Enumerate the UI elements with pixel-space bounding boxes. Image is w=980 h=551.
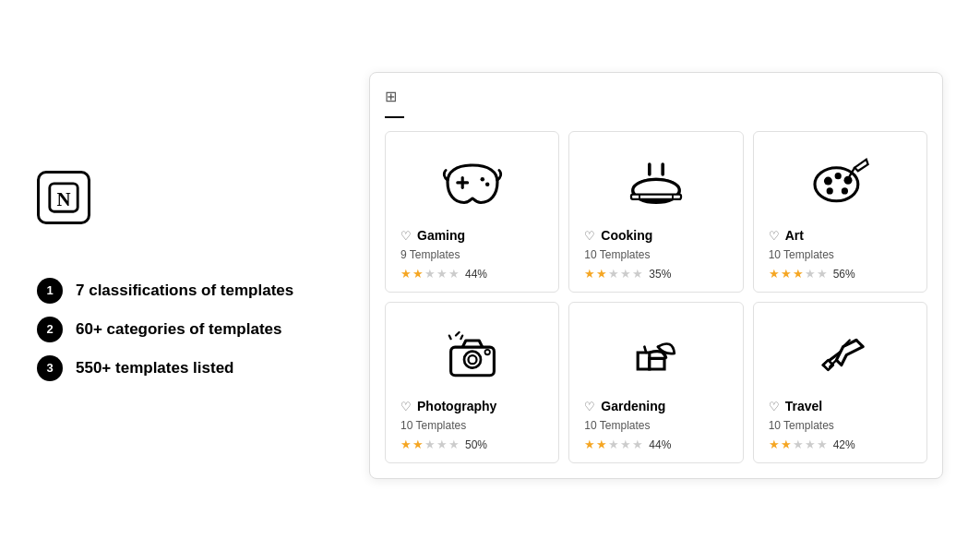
feature-item: 2 60+ categories of templates — [37, 317, 332, 342]
categories-tab[interactable]: ⊞ — [385, 88, 404, 118]
empty-star: ★ — [805, 437, 816, 451]
empty-star: ★ — [817, 437, 828, 451]
rating-percent: 56% — [833, 268, 855, 281]
left-panel: N 1 7 classifications of templates 2 60+… — [37, 171, 332, 381]
svg-point-24 — [484, 350, 489, 354]
svg-rect-9 — [631, 195, 681, 199]
empty-star: ★ — [608, 267, 619, 281]
feature-number: 3 — [37, 355, 63, 381]
empty-star: ★ — [436, 437, 448, 451]
category-card[interactable]: ♡ Gaming 9 Templates ★★★★★ 44% — [385, 131, 559, 293]
rating-percent: 35% — [649, 268, 671, 281]
category-card[interactable]: ♡ Gardening 10 Templates ★★★★★ 44% — [568, 302, 743, 463]
filled-star: ★ — [769, 267, 780, 281]
feature-text: 7 classifications of templates — [76, 281, 293, 300]
stars: ★★★★★ — [584, 267, 643, 281]
heart-icon: ♡ — [400, 400, 412, 413]
stars: ★★★★★ — [400, 267, 460, 281]
notion-logo-icon: N — [37, 171, 90, 224]
svg-point-5 — [485, 182, 490, 186]
card-name-row: ♡ Cooking — [584, 228, 727, 243]
card-name: Cooking — [601, 228, 652, 243]
svg-text:N: N — [56, 187, 70, 210]
feature-item: 3 550+ templates listed — [37, 355, 332, 381]
feature-text: 60+ categories of templates — [76, 320, 281, 339]
category-card[interactable]: ♡ Cooking 10 Templates ★★★★★ 35% — [568, 131, 743, 293]
rating-percent: 42% — [833, 438, 855, 451]
empty-star: ★ — [632, 437, 643, 451]
empty-star: ★ — [608, 437, 619, 451]
heart-icon: ♡ — [400, 229, 412, 243]
svg-point-23 — [468, 355, 476, 364]
svg-point-17 — [844, 176, 853, 185]
card-rating: ★★★★★ 44% — [400, 267, 544, 281]
heart-icon: ♡ — [769, 229, 780, 243]
filled-star: ★ — [400, 267, 412, 281]
card-count: 10 Templates — [400, 419, 544, 432]
empty-star: ★ — [448, 267, 460, 281]
category-card[interactable]: ♡ Travel 10 Templates ★★★★★ 42% — [753, 302, 927, 463]
card-rating: ★★★★★ 50% — [400, 437, 544, 451]
feature-number: 2 — [37, 317, 63, 342]
feature-text: 550+ templates listed — [76, 359, 234, 377]
feature-number: 1 — [37, 278, 63, 304]
svg-rect-12 — [648, 162, 651, 175]
svg-point-18 — [842, 187, 848, 194]
empty-star: ★ — [805, 267, 816, 281]
empty-star: ★ — [817, 267, 828, 281]
card-name-row: ♡ Travel — [769, 399, 912, 413]
filled-star: ★ — [596, 437, 607, 451]
feature-item: 1 7 classifications of templates — [37, 278, 332, 304]
empty-star: ★ — [620, 267, 631, 281]
filled-star: ★ — [781, 437, 792, 451]
card-icon — [584, 316, 727, 389]
filled-star: ★ — [584, 437, 595, 451]
card-count: 10 Templates — [769, 419, 912, 432]
card-name: Gardening — [601, 399, 665, 413]
empty-star: ★ — [620, 437, 631, 451]
categories-grid: ♡ Gaming 9 Templates ★★★★★ 44% ♡ — [385, 131, 927, 463]
svg-point-4 — [480, 177, 484, 182]
stars: ★★★★★ — [400, 437, 460, 451]
card-count: 10 Templates — [584, 248, 727, 261]
svg-point-16 — [835, 173, 842, 179]
card-name: Gaming — [417, 228, 465, 243]
empty-star: ★ — [424, 437, 436, 451]
rating-percent: 50% — [465, 438, 487, 451]
card-name-row: ♡ Gaming — [400, 228, 544, 243]
card-name: Travel — [785, 399, 822, 413]
card-name-row: ♡ Gardening — [584, 399, 727, 413]
card-icon — [769, 145, 912, 219]
filled-star: ★ — [781, 267, 792, 281]
filled-star: ★ — [400, 437, 412, 451]
card-icon — [400, 145, 544, 219]
filled-star: ★ — [596, 267, 607, 281]
svg-line-26 — [644, 347, 646, 353]
features-list: 1 7 classifications of templates 2 60+ c… — [37, 278, 332, 381]
rating-percent: 44% — [649, 438, 671, 451]
card-icon — [584, 145, 727, 219]
card-count: 10 Templates — [584, 419, 727, 432]
heart-icon: ♡ — [584, 400, 595, 413]
card-name-row: ♡ Art — [769, 228, 912, 243]
grid-icon: ⊞ — [385, 88, 397, 105]
empty-star: ★ — [436, 267, 448, 281]
svg-rect-13 — [661, 162, 664, 175]
card-name: Art — [785, 228, 804, 243]
svg-point-19 — [827, 187, 833, 194]
card-rating: ★★★★★ 56% — [769, 267, 912, 281]
filled-star: ★ — [412, 437, 424, 451]
category-card[interactable]: ♡ Photography 10 Templates ★★★★★ 50% — [385, 302, 559, 463]
category-card[interactable]: ♡ Art 10 Templates ★★★★★ 56% — [753, 131, 927, 293]
filled-star: ★ — [769, 437, 780, 451]
rating-percent: 44% — [465, 268, 487, 281]
empty-star: ★ — [424, 267, 436, 281]
card-name: Photography — [417, 399, 496, 413]
filled-star: ★ — [793, 267, 804, 281]
stars: ★★★★★ — [769, 437, 828, 451]
svg-point-15 — [824, 177, 832, 186]
empty-star: ★ — [448, 437, 460, 451]
card-name-row: ♡ Photography — [400, 399, 544, 413]
card-rating: ★★★★★ 44% — [584, 437, 727, 451]
stars: ★★★★★ — [584, 437, 643, 451]
